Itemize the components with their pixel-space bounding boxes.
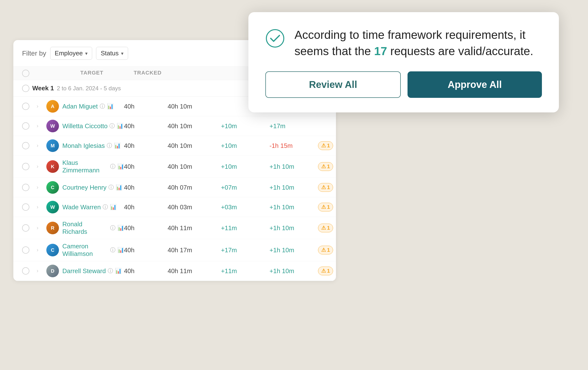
table-row: › R Ronald Richards ⓘ 📊 40h 40h 11m +11m…	[13, 217, 336, 239]
target-cell: 40h	[124, 224, 168, 232]
select-all-checkbox[interactable]	[22, 70, 29, 77]
chart-icon: 📊	[117, 225, 124, 231]
avatar: K	[46, 160, 59, 173]
warning-cell: ⚠ 1	[318, 141, 336, 150]
employee-name[interactable]: Klaus Zimmermann	[62, 159, 108, 174]
status-filter-chevron: ▾	[121, 51, 124, 56]
chart-icon: 📊	[116, 184, 122, 191]
employee-info: M Monah Iglesias ⓘ 📊	[46, 139, 124, 152]
status-filter-label: Status	[101, 50, 119, 57]
employee-filter-label: Employee	[55, 50, 83, 57]
table-row: › C Cameron Williamson ⓘ 📊 40h 40h 17m +…	[13, 239, 336, 261]
avatar: R	[46, 222, 59, 234]
chart-icon: 📊	[117, 123, 123, 129]
avatar: W	[46, 120, 59, 132]
employee-info: C Courtney Henry ⓘ 📊	[46, 181, 124, 194]
row-expand-chevron[interactable]: ›	[37, 142, 46, 149]
employee-filter[interactable]: Employee ▾	[50, 47, 92, 60]
tracked-cell: 40h 10m	[168, 142, 221, 150]
row-checkbox[interactable]	[22, 163, 29, 170]
row-expand-chevron[interactable]: ›	[37, 103, 46, 109]
target-cell: 40h	[124, 267, 168, 275]
tracked-cell: 40h 03m	[168, 204, 221, 211]
diff2-cell: +1h 10m	[270, 224, 318, 232]
tracked-cell: 40h 11m	[168, 224, 221, 232]
employee-name[interactable]: Wade Warren	[62, 204, 101, 211]
table-row: › D Darrell Steward ⓘ 📊 40h 40h 11m +11m…	[13, 261, 336, 281]
employee-name[interactable]: Adan Miguet	[62, 103, 98, 110]
target-cell: 40h	[124, 142, 168, 150]
info-icon: ⓘ	[100, 103, 105, 110]
row-expand-chevron[interactable]: ›	[37, 123, 46, 129]
diff1-cell: +03m	[221, 204, 270, 211]
info-icon: ⓘ	[103, 204, 108, 211]
row-checkbox[interactable]	[22, 267, 29, 275]
diff1-cell: +11m	[221, 224, 270, 232]
row-checkbox[interactable]	[22, 103, 29, 110]
row-expand-chevron[interactable]: ›	[37, 163, 46, 170]
header-tracked: TRACKED	[134, 70, 182, 77]
employee-name[interactable]: Monah Iglesias	[62, 142, 105, 150]
avatar: W	[46, 201, 59, 213]
warning-cell: ⚠ 1	[318, 224, 336, 232]
warning-badge: ⚠ 1	[318, 267, 333, 275]
table-row: › K Klaus Zimmermann ⓘ 📊 40h 40h 10m +10…	[13, 156, 336, 178]
warning-cell: ⚠ 1	[318, 162, 336, 171]
info-icon: ⓘ	[110, 224, 116, 232]
chart-icon: 📊	[117, 163, 124, 170]
row-expand-chevron[interactable]: ›	[37, 184, 46, 191]
tracked-cell: 40h 11m	[168, 267, 221, 275]
row-checkbox[interactable]	[22, 204, 29, 211]
approve-all-button[interactable]: Approve All	[408, 71, 542, 98]
row-checkbox[interactable]	[22, 184, 29, 191]
target-cell: 40h	[124, 122, 168, 130]
warning-icon: ⚠	[321, 142, 326, 149]
avatar: M	[46, 139, 59, 152]
diff1-cell: +17m	[221, 246, 270, 254]
tracked-cell: 40h 10m	[168, 103, 221, 110]
modal-message: According to time framework requirements…	[294, 27, 542, 59]
warning-count: 1	[327, 247, 330, 253]
row-expand-chevron[interactable]: ›	[37, 225, 46, 231]
chart-icon: 📊	[107, 103, 114, 109]
row-checkbox[interactable]	[22, 224, 29, 232]
warning-count: 1	[327, 204, 330, 210]
employee-name[interactable]: Willetta Ciccotto	[62, 122, 107, 130]
employee-name[interactable]: Cameron Williamson	[62, 242, 108, 258]
warning-badge: ⚠ 1	[318, 246, 333, 254]
diff2-cell: +1h 10m	[270, 163, 318, 170]
modal-card: According to time framework requirements…	[248, 12, 559, 112]
employee-name[interactable]: Darrell Steward	[62, 267, 106, 275]
avatar: D	[46, 265, 59, 277]
diff1-cell: +10m	[221, 163, 270, 170]
row-checkbox[interactable]	[22, 246, 29, 254]
warning-badge: ⚠ 1	[318, 183, 333, 192]
header-diff1	[182, 70, 231, 77]
info-icon: ⓘ	[108, 184, 114, 191]
row-checkbox[interactable]	[22, 122, 29, 130]
modal-count: 17	[374, 45, 387, 57]
table-row: › W Willetta Ciccotto ⓘ 📊 40h 40h 10m +1…	[13, 116, 336, 136]
header-target: TARGET	[80, 70, 134, 77]
table-row: › W Wade Warren ⓘ 📊 40h 40h 03m +03m +1h…	[13, 197, 336, 217]
row-checkbox[interactable]	[22, 142, 29, 149]
chart-icon: 📊	[115, 268, 122, 274]
warning-icon: ⚠	[321, 163, 326, 170]
warning-badge: ⚠ 1	[318, 162, 333, 171]
status-filter[interactable]: Status ▾	[96, 47, 128, 60]
employee-name[interactable]: Ronald Richards	[62, 220, 108, 236]
modal-actions: Review All Approve All	[265, 71, 542, 98]
avatar: C	[46, 181, 59, 194]
diff1-cell: +07m	[221, 184, 270, 191]
row-expand-chevron[interactable]: ›	[37, 247, 46, 253]
info-icon: ⓘ	[108, 267, 113, 275]
week-checkbox[interactable]	[22, 85, 29, 92]
row-expand-chevron[interactable]: ›	[37, 204, 46, 210]
review-all-button[interactable]: Review All	[265, 71, 401, 98]
warning-count: 1	[327, 268, 330, 274]
warning-count: 1	[327, 142, 330, 149]
row-expand-chevron[interactable]: ›	[37, 268, 46, 274]
warning-icon: ⚠	[321, 184, 326, 191]
info-icon: ⓘ	[107, 142, 112, 149]
employee-name[interactable]: Courtney Henry	[62, 184, 106, 191]
